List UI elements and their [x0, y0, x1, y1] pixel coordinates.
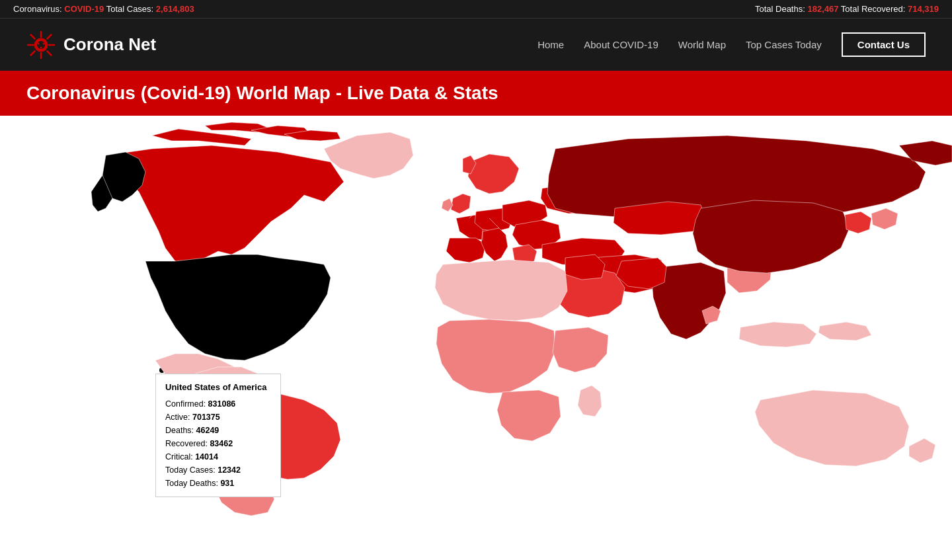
- logo-text: Corona Net: [63, 34, 156, 55]
- nav-links: Home About COVID-19 World Map Top Cases …: [537, 32, 926, 57]
- svg-line-8: [48, 34, 52, 38]
- total-cases-value: 2,614,803: [156, 4, 194, 14]
- map-section: United States of America Confirmed: 8310…: [0, 116, 952, 522]
- page-title: Coronavirus (Covid-19) World Map - Live …: [26, 83, 926, 104]
- tooltip-today-deaths: Today Deaths: 931: [165, 477, 271, 490]
- red-banner: Coronavirus (Covid-19) World Map - Live …: [0, 71, 952, 116]
- ticker-left: Coronavirus: COVID-19 Total Cases: 2,614…: [13, 4, 194, 14]
- recovered-value: 714,319: [908, 4, 939, 14]
- logo-area: Corona Net: [26, 30, 156, 60]
- nav-home[interactable]: Home: [537, 39, 564, 50]
- ticker-bar: Coronavirus: COVID-19 Total Cases: 2,614…: [0, 0, 952, 18]
- nav-about[interactable]: About COVID-19: [584, 39, 658, 50]
- tooltip-critical: Critical: 14014: [165, 450, 271, 463]
- logo-icon: [26, 30, 56, 60]
- country-tooltip: United States of America Confirmed: 8310…: [155, 374, 281, 497]
- svg-line-9: [31, 51, 35, 55]
- recovered-label: Total Recovered:: [841, 4, 908, 14]
- tooltip-recovered: Recovered: 83462: [165, 437, 271, 450]
- svg-line-6: [31, 34, 35, 38]
- nav-top-cases[interactable]: Top Cases Today: [746, 39, 822, 50]
- tooltip-today-cases: Today Cases: 12342: [165, 463, 271, 477]
- total-cases-label: Total Cases:: [106, 4, 156, 14]
- tooltip-deaths: Deaths: 46249: [165, 424, 271, 437]
- covid-tag: COVID-19: [64, 4, 104, 14]
- ticker-right: Total Deaths: 182,467 Total Recovered: 7…: [755, 4, 939, 14]
- contact-us-button[interactable]: Contact Us: [842, 32, 926, 57]
- tooltip-active: Active: 701375: [165, 411, 271, 424]
- world-map[interactable]: [0, 116, 952, 522]
- coronavirus-label: Coronavirus:: [13, 4, 64, 14]
- deaths-label: Total Deaths:: [755, 4, 808, 14]
- svg-point-10: [38, 42, 40, 44]
- deaths-value: 182,467: [807, 4, 838, 14]
- navbar: Corona Net Home About COVID-19 World Map…: [0, 18, 952, 71]
- svg-line-7: [48, 51, 52, 55]
- tooltip-confirmed: Confirmed: 831086: [165, 397, 271, 411]
- tooltip-country-name: United States of America: [165, 381, 271, 395]
- svg-point-11: [43, 42, 45, 44]
- nav-world-map[interactable]: World Map: [678, 39, 726, 50]
- svg-point-12: [40, 46, 42, 48]
